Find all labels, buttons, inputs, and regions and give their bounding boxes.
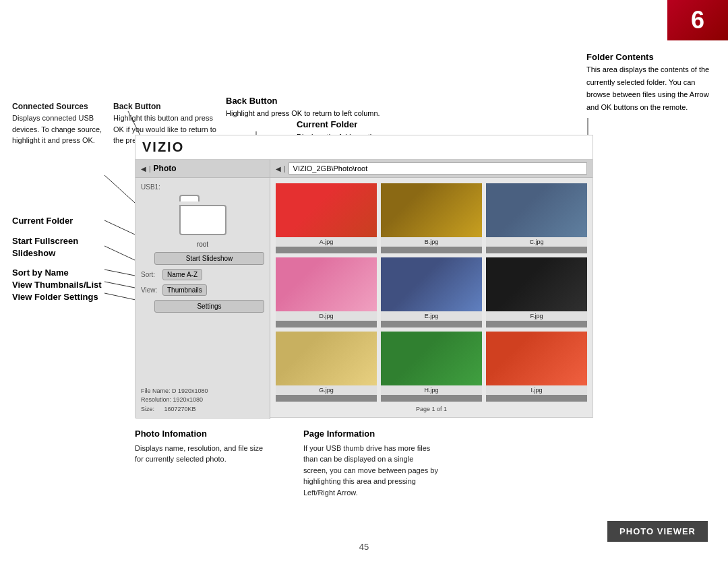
sort-by-name-label-text: Sort by Name bbox=[12, 268, 69, 278]
folder-contents-title: Folder Contents bbox=[586, 52, 654, 62]
photo-image-g bbox=[276, 332, 377, 385]
photo-image-b bbox=[381, 183, 482, 237]
photo-caption-b: B.jpg bbox=[381, 237, 482, 247]
bottom-annotations: Photo Infomation Displays name, resoluti… bbox=[135, 427, 438, 499]
photo-caption-c: C.jpg bbox=[486, 237, 587, 247]
chapter-number: 6 bbox=[691, 6, 704, 34]
photo-info-annotation: Photo Infomation Displays name, resoluti… bbox=[135, 427, 270, 499]
current-folder-label-text: Current Folder bbox=[12, 216, 73, 226]
connected-sources-annotation: Connected Sources Displays connected USB… bbox=[12, 101, 120, 146]
photo-thumb-b[interactable]: B.jpg bbox=[381, 183, 482, 253]
panel-sidebar: USB1: root Start Slideshow Sort: Name A-… bbox=[135, 178, 270, 419]
sort-label: Sort: bbox=[141, 271, 160, 278]
photo-caption-e: E.jpg bbox=[381, 311, 482, 321]
page-info-annotation: Page Information If your USB thumb drive… bbox=[303, 427, 438, 499]
usb-label: USB1: bbox=[141, 183, 264, 191]
photo-image-d bbox=[276, 257, 377, 311]
page-info-title: Page Information bbox=[303, 429, 375, 439]
view-folder-settings-label-left: View Folder Settings bbox=[12, 290, 98, 303]
view-row: View: Thumbnails bbox=[141, 284, 264, 296]
photo-thumb-c[interactable]: C.jpg bbox=[486, 183, 587, 253]
file-info-size: Size: 1607270KB bbox=[141, 405, 264, 414]
photo-thumb-i[interactable]: I.jpg bbox=[486, 332, 587, 402]
photo-image-a bbox=[276, 183, 377, 237]
start-slideshow-label-text: Start Fullscreen bbox=[12, 236, 78, 246]
nav-back-arrow[interactable]: ◀ bbox=[141, 165, 146, 173]
file-info-name: File Name: D 1920x1080 bbox=[141, 387, 264, 396]
folder-container bbox=[179, 195, 226, 235]
vizio-header: VIZIO bbox=[135, 135, 593, 160]
nav-path-label: VIZIO_2GB\Photo\root bbox=[289, 162, 587, 175]
page-number: 45 bbox=[359, 542, 369, 552]
photo-image-c bbox=[486, 183, 587, 237]
settings-button[interactable]: Settings bbox=[154, 300, 264, 313]
photo-thumb-a[interactable]: A.jpg bbox=[276, 183, 377, 253]
photo-thumb-g[interactable]: G.jpg bbox=[276, 332, 377, 402]
photo-caption-g: G.jpg bbox=[276, 385, 377, 395]
resolution-value: 1920x1080 bbox=[173, 396, 204, 403]
nav-left-section: ◀ | Photo bbox=[135, 160, 270, 177]
back-button-left-title: Back Button bbox=[113, 102, 161, 111]
photo-thumb-e[interactable]: E.jpg bbox=[381, 257, 482, 327]
folder-contents-annotation: Folder Contents This area displays the c… bbox=[586, 51, 711, 113]
file-info: File Name: D 1920x1080 Resolution: 1920x… bbox=[141, 387, 264, 414]
nav-right-separator: | bbox=[284, 165, 286, 173]
sort-button[interactable]: Name A-Z bbox=[162, 269, 202, 280]
panel-body: USB1: root Start Slideshow Sort: Name A-… bbox=[135, 178, 593, 419]
photo-thumb-f[interactable]: F.jpg bbox=[486, 257, 587, 327]
photo-image-e bbox=[381, 257, 482, 311]
start-slideshow-label-text2: Slideshow bbox=[12, 248, 55, 258]
sort-by-name-label-left: Sort by Name bbox=[12, 266, 69, 278]
current-folder-label-left: Current Folder bbox=[12, 214, 73, 226]
view-label: View: bbox=[141, 286, 160, 294]
photo-info-title: Photo Infomation bbox=[135, 429, 207, 439]
sort-row: Sort: Name A-Z bbox=[141, 269, 264, 280]
connected-sources-text: Displays connected USB devices. To chang… bbox=[12, 114, 102, 145]
page-info-text: If your USB thumb drive has more files t… bbox=[303, 443, 438, 499]
photo-image-h bbox=[381, 332, 482, 385]
nav-row: ◀ | Photo ◀ | VIZIO_2GB\Photo\root bbox=[135, 160, 593, 178]
photo-image-f bbox=[486, 257, 587, 311]
ui-panel: VIZIO ◀ | Photo ◀ | VIZIO_2GB\Photo\root… bbox=[135, 135, 593, 418]
photo-caption-h: H.jpg bbox=[381, 385, 482, 395]
folder-label: root bbox=[141, 241, 264, 248]
photo-thumb-d[interactable]: D.jpg bbox=[276, 257, 377, 327]
photo-caption-d: D.jpg bbox=[276, 311, 377, 321]
photo-grid: A.jpg B.jpg C.jpg D.jpg E.jpg F.jpg bbox=[270, 178, 593, 419]
photo-caption-a: A.jpg bbox=[276, 237, 377, 247]
view-thumbnails-label-text: View Thumbnails/List bbox=[12, 280, 102, 290]
photo-viewer-badge: PHOTO VIEWER bbox=[607, 521, 708, 542]
size-label: Size: bbox=[141, 406, 154, 412]
connected-sources-title: Connected Sources bbox=[12, 102, 88, 111]
size-value: 1607270KB bbox=[164, 406, 196, 412]
photo-thumb-h[interactable]: H.jpg bbox=[381, 332, 482, 402]
nav-photo-label: Photo bbox=[154, 164, 177, 173]
resolution-label: Resolution: bbox=[141, 396, 171, 403]
file-name-label: File Name: D bbox=[141, 387, 177, 394]
view-button[interactable]: Thumbnails bbox=[162, 284, 207, 296]
back-button-top-annotation: Back Button Highlight and press OK to re… bbox=[226, 94, 380, 119]
photo-image-i bbox=[486, 332, 587, 385]
back-button-top-title: Back Button bbox=[226, 96, 278, 106]
vizio-logo: VIZIO bbox=[142, 139, 184, 155]
nav-right-arrow[interactable]: ◀ bbox=[276, 165, 281, 173]
file-name-value: 1920x1080 bbox=[178, 387, 208, 394]
folder-tab bbox=[179, 195, 200, 201]
nav-separator: | bbox=[149, 165, 151, 173]
page-info: Page 1 of 1 bbox=[276, 406, 587, 414]
view-thumbnails-label-left: View Thumbnails/List bbox=[12, 278, 102, 290]
photo-caption-i: I.jpg bbox=[486, 385, 587, 395]
folder-contents-text: This area displays the contents of the c… bbox=[586, 65, 709, 111]
back-button-top-text: Highlight and press OK to return to left… bbox=[226, 109, 380, 117]
photo-info-text: Displays name, resolution, and file size… bbox=[135, 443, 270, 465]
slideshow-button[interactable]: Start Slideshow bbox=[154, 252, 264, 265]
file-info-resolution: Resolution: 1920x1080 bbox=[141, 396, 264, 405]
current-folder-top-title: Current Folder bbox=[297, 119, 357, 129]
photo-caption-f: F.jpg bbox=[486, 311, 587, 321]
view-folder-settings-label-text: View Folder Settings bbox=[12, 292, 98, 302]
folder-body bbox=[179, 205, 226, 235]
nav-right-section: ◀ | VIZIO_2GB\Photo\root bbox=[270, 160, 593, 177]
chapter-number-badge: 6 bbox=[667, 0, 728, 40]
start-slideshow-label-left: Start Fullscreen Slideshow bbox=[12, 235, 78, 259]
